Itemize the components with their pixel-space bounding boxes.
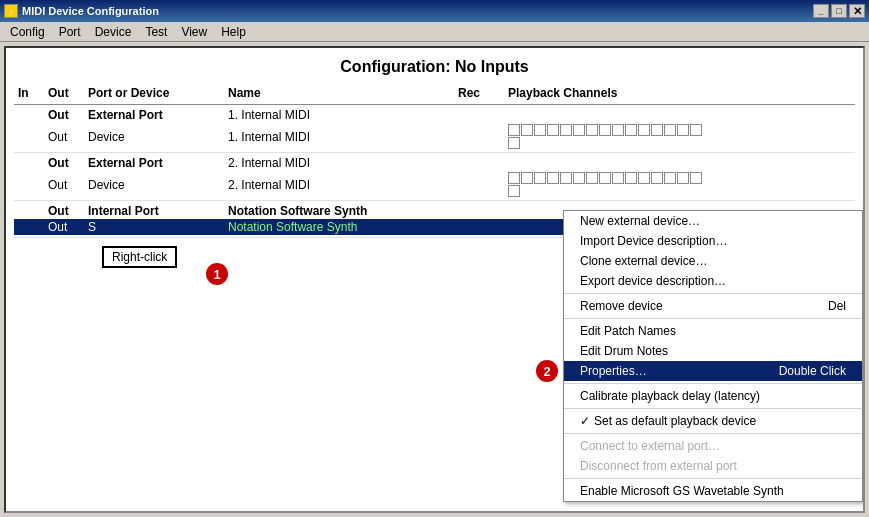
ctx-sep-1 [564, 293, 862, 294]
app-icon: ♪ [4, 4, 18, 18]
ctx-connect-external: Connect to external port… [564, 436, 862, 456]
ctx-sep-5 [564, 433, 862, 434]
table-row[interactable]: Out Device 1. Internal MIDI [14, 123, 855, 150]
menu-bar: Config Port Device Test View Help [0, 22, 869, 42]
table-row[interactable]: Out External Port 1. Internal MIDI [14, 107, 855, 123]
menu-config[interactable]: Config [4, 23, 51, 41]
menu-port[interactable]: Port [53, 23, 87, 41]
title-bar: ♪ MIDI Device Configuration _ □ ✕ [0, 0, 869, 22]
col-name: Name [224, 84, 454, 102]
ctx-default-playback[interactable]: ✓Set as default playback device [564, 411, 862, 431]
col-rec: Rec [454, 84, 504, 102]
ctx-export-device[interactable]: Export device description… [564, 271, 862, 291]
col-playback: Playback Channels [504, 84, 855, 102]
ctx-edit-drum[interactable]: Edit Drum Notes [564, 341, 862, 361]
ctx-sep-3 [564, 383, 862, 384]
table-row[interactable]: Out Device 2. Internal MIDI [14, 171, 855, 198]
table-row[interactable]: Out External Port 2. Internal MIDI [14, 155, 855, 171]
ctx-import-device[interactable]: Import Device description… [564, 231, 862, 251]
ctx-new-external-device[interactable]: New external device… [564, 211, 862, 231]
minimize-button[interactable]: _ [813, 4, 829, 18]
ctx-remove-device[interactable]: Remove device Del [564, 296, 862, 316]
channel-boxes [508, 172, 708, 197]
ctx-properties[interactable]: 2 Properties… Double Click [564, 361, 862, 381]
menu-test[interactable]: Test [139, 23, 173, 41]
ctx-enable-gs[interactable]: Enable Microsoft GS Wavetable Synth [564, 481, 862, 501]
ctx-clone-device[interactable]: Clone external device… [564, 251, 862, 271]
rightclick-tooltip: Right-click [102, 246, 177, 268]
title-bar-text: ♪ MIDI Device Configuration [4, 4, 159, 18]
title-bar-buttons: _ □ ✕ [813, 4, 865, 18]
close-button[interactable]: ✕ [849, 4, 865, 18]
col-out: Out [44, 84, 84, 102]
channel-boxes [508, 124, 708, 149]
maximize-button[interactable]: □ [831, 4, 847, 18]
config-title: Configuration: No Inputs [6, 48, 863, 82]
step2-indicator: 2 [536, 360, 558, 382]
menu-help[interactable]: Help [215, 23, 252, 41]
menu-device[interactable]: Device [89, 23, 138, 41]
ctx-edit-patch[interactable]: Edit Patch Names [564, 321, 862, 341]
menu-view[interactable]: View [175, 23, 213, 41]
ctx-calibrate[interactable]: Calibrate playback delay (latency) [564, 386, 862, 406]
row-group-1: Out External Port 1. Internal MIDI Out D… [14, 105, 855, 153]
ctx-sep-4 [564, 408, 862, 409]
col-in: In [14, 84, 44, 102]
col-port: Port or Device [84, 84, 224, 102]
ctx-sep-2 [564, 318, 862, 319]
row-group-2: Out External Port 2. Internal MIDI Out D… [14, 153, 855, 201]
main-window: Configuration: No Inputs In Out Port or … [4, 46, 865, 513]
step1-circle: 1 [206, 263, 228, 285]
table-header: In Out Port or Device Name Rec Playback … [14, 82, 855, 105]
context-menu[interactable]: New external device… Import Device descr… [563, 210, 863, 502]
ctx-disconnect-external: Disconnect from external port [564, 456, 862, 476]
ctx-sep-6 [564, 478, 862, 479]
